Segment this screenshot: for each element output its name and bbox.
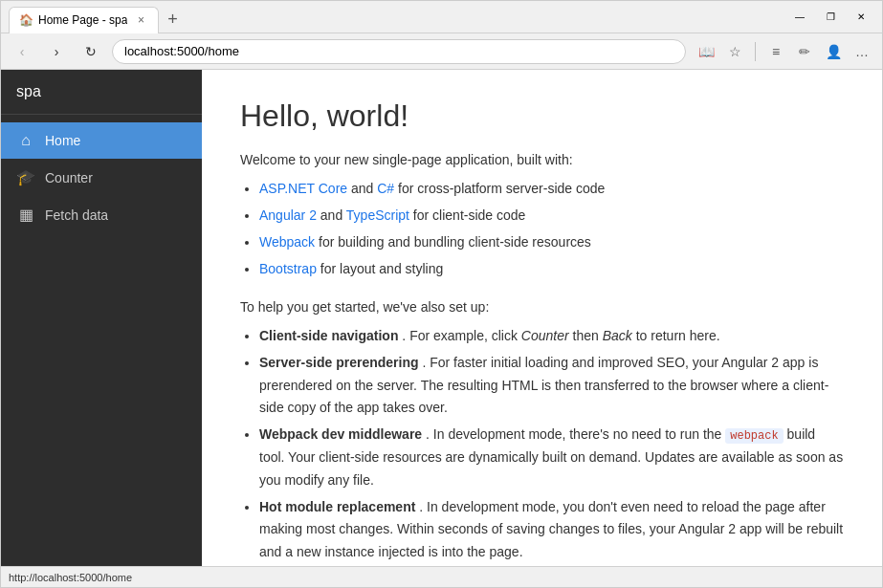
list-item: Angular 2 and TypeScript for client-side…	[259, 205, 844, 228]
reader-view-icon[interactable]: 📖	[694, 39, 718, 64]
aspnet-link[interactable]: ASP.NET Core	[259, 181, 347, 196]
sidebar-item-home[interactable]: ⌂ Home	[1, 122, 202, 159]
tab-title: Home Page - spa	[38, 13, 127, 27]
typescript-link[interactable]: TypeScript	[346, 207, 409, 223]
icon-divider	[755, 42, 756, 61]
counter-icon: 🎓	[16, 168, 35, 186]
page-title: Hello, world!	[240, 98, 844, 134]
active-tab[interactable]: 🏠 Home Page - spa ×	[9, 7, 159, 33]
restore-button[interactable]: ❐	[817, 4, 844, 31]
built-with-list: ASP.NET Core and C# for cross-platform s…	[259, 178, 844, 280]
more-options-icon[interactable]: …	[850, 39, 874, 64]
help-intro: To help you get started, we've also set …	[240, 296, 844, 317]
sidebar-nav: ⌂ Home 🎓 Counter ▦ Fetch data	[1, 115, 202, 566]
sidebar-item-counter[interactable]: 🎓 Counter	[1, 159, 202, 196]
tab-bar: 🏠 Home Page - spa × +	[9, 1, 783, 33]
back-button[interactable]: ‹	[9, 38, 35, 65]
list-item: Webpack for building and bundling client…	[259, 231, 844, 254]
window-controls: — ❐ ✕	[786, 4, 874, 31]
annotate-icon[interactable]: ✏	[792, 39, 817, 64]
feature-ssr: Server-side prerendering . For faster in…	[259, 352, 844, 420]
app-layout: spa ⌂ Home 🎓 Counter ▦ Fetch data Hello,…	[1, 70, 882, 566]
status-url: http://localhost:5000/home	[9, 572, 132, 583]
feature-client-nav: Client-side navigation . For example, cl…	[259, 325, 844, 348]
main-content: Hello, world! Welcome to your new single…	[202, 70, 882, 566]
profile-icon[interactable]: 👤	[821, 39, 846, 64]
features-list: Client-side navigation . For example, cl…	[259, 325, 844, 566]
fetchdata-icon: ▦	[16, 206, 35, 224]
sidebar-brand: spa	[1, 70, 202, 115]
bookmark-icon[interactable]: ☆	[722, 39, 747, 64]
bootstrap-link[interactable]: Bootstrap	[259, 261, 317, 276]
sidebar-home-label: Home	[45, 133, 80, 148]
tab-close-button[interactable]: ×	[133, 12, 148, 28]
url-input[interactable]	[112, 39, 686, 64]
list-item: Bootstrap for layout and styling	[259, 258, 844, 281]
intro-text: Welcome to your new single-page applicat…	[240, 149, 844, 170]
sidebar-fetchdata-label: Fetch data	[45, 207, 108, 223]
minimize-button[interactable]: —	[786, 4, 813, 31]
sidebar-counter-label: Counter	[45, 170, 93, 185]
close-button[interactable]: ✕	[848, 4, 874, 31]
feature-webpack-middleware: Webpack dev middleware . In development …	[259, 424, 844, 491]
list-item: ASP.NET Core and C# for cross-platform s…	[259, 178, 844, 201]
home-icon: ⌂	[16, 132, 35, 149]
webpack-link[interactable]: Webpack	[259, 234, 315, 250]
reload-button[interactable]: ↻	[77, 38, 104, 65]
status-bar: http://localhost:5000/home	[1, 566, 882, 587]
forward-button[interactable]: ›	[43, 38, 70, 65]
angular-link[interactable]: Angular 2	[259, 207, 317, 223]
feature-hmr: Hot module replacement . In development …	[259, 496, 844, 564]
tab-favicon: 🏠	[19, 13, 33, 27]
sidebar-item-fetchdata[interactable]: ▦ Fetch data	[1, 196, 202, 233]
address-bar: ‹ › ↻ 📖 ☆ ≡ ✏ 👤 …	[1, 33, 882, 70]
sidebar: spa ⌂ Home 🎓 Counter ▦ Fetch data	[1, 70, 202, 566]
menu-icon[interactable]: ≡	[763, 39, 788, 64]
address-bar-icons: 📖 ☆ ≡ ✏ 👤 …	[694, 39, 874, 64]
csharp-link[interactable]: C#	[377, 181, 394, 196]
title-bar: 🏠 Home Page - spa × + — ❐ ✕	[1, 1, 882, 33]
new-tab-button[interactable]: +	[159, 7, 186, 33]
browser-window: 🏠 Home Page - spa × + — ❐ ✕ ‹ › ↻ 📖 ☆ ≡ …	[0, 0, 883, 588]
